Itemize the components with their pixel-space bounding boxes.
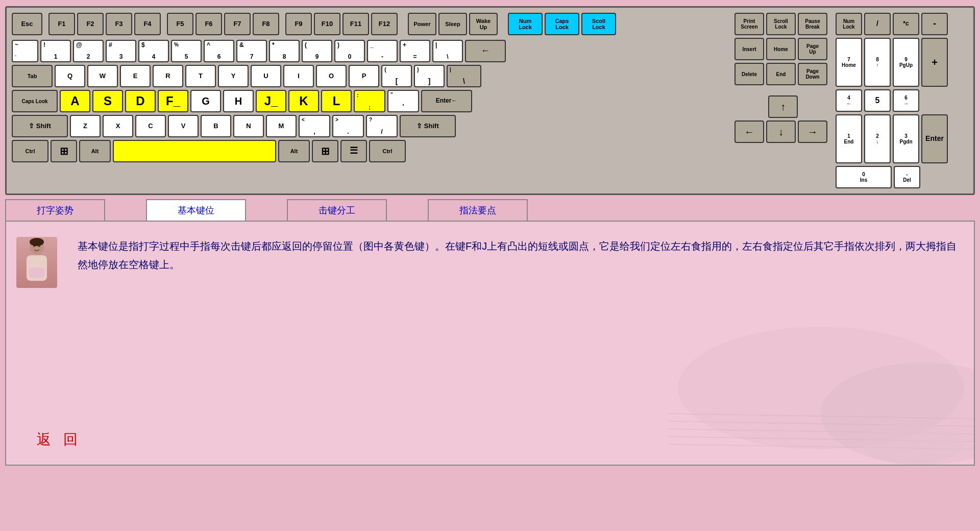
key-5[interactable]: % 5 — [171, 40, 202, 62]
key-a[interactable]: A — [60, 90, 90, 112]
key-g[interactable]: G — [190, 90, 221, 112]
key-f2[interactable]: F2 — [77, 13, 104, 35]
key-np-multiply[interactable]: *c — [893, 13, 919, 35]
key-alt-right[interactable]: Alt — [278, 140, 310, 162]
key-np-2[interactable]: 2 ↓ — [864, 114, 891, 163]
key-x[interactable]: X — [103, 115, 133, 137]
tab-keystroke-division[interactable]: 击键分工 — [287, 199, 387, 221]
key-scrolllock-status[interactable]: Scoll Lock — [581, 13, 616, 35]
key-sleep[interactable]: Sleep — [438, 13, 467, 35]
key-equals[interactable]: + = — [400, 40, 430, 62]
key-close-bracket[interactable]: } ] — [414, 65, 445, 87]
key-f9[interactable]: F9 — [285, 13, 312, 35]
key-menu[interactable]: ☰ — [340, 140, 367, 162]
key-np-7[interactable]: 7 Home — [836, 38, 862, 87]
key-np-divide[interactable]: / — [864, 13, 891, 35]
key-esc[interactable]: Esc — [12, 13, 42, 35]
key-f10[interactable]: F10 — [314, 13, 340, 35]
key-np-enter[interactable]: Enter — [921, 114, 948, 163]
key-print-screen[interactable]: Print Screen — [734, 13, 764, 35]
key-delete[interactable]: Delete — [734, 63, 764, 85]
key-win-right[interactable]: ⊞ — [312, 140, 338, 162]
tab-typing-posture[interactable]: 打字姿势 — [5, 199, 105, 221]
key-f1[interactable]: F1 — [48, 13, 75, 35]
key-3[interactable]: # 3 — [106, 40, 136, 62]
key-f12[interactable]: F12 — [371, 13, 398, 35]
key-b[interactable]: B — [201, 115, 231, 137]
key-i[interactable]: I — [283, 65, 314, 87]
key-np-minus[interactable]: - — [921, 13, 948, 35]
key-2[interactable]: @ 2 — [73, 40, 104, 62]
key-ctrl-right[interactable]: Ctrl — [369, 140, 406, 162]
key-np-1[interactable]: 1 End — [836, 114, 862, 163]
key-s[interactable]: S — [92, 90, 123, 112]
key-home[interactable]: Home — [766, 38, 796, 60]
key-pause-break[interactable]: Pause Break — [798, 13, 827, 35]
key-np-8[interactable]: 8 ↑ — [864, 38, 891, 87]
key-w[interactable]: W — [87, 65, 118, 87]
key-capslock-status[interactable]: Caps Lock — [545, 13, 579, 35]
key-shift-right[interactable]: ⇧ Shift — [400, 115, 456, 137]
key-space[interactable] — [113, 140, 276, 162]
key-l[interactable]: L — [321, 90, 352, 112]
key-end[interactable]: End — [766, 63, 796, 85]
key-right[interactable]: → — [798, 120, 827, 143]
key-r[interactable]: R — [153, 65, 183, 87]
key-t[interactable]: T — [185, 65, 216, 87]
key-q[interactable]: Q — [55, 65, 85, 87]
key-m[interactable]: M — [266, 115, 297, 137]
key-f5[interactable]: F5 — [167, 13, 193, 35]
key-c[interactable]: C — [135, 115, 166, 137]
key-quote[interactable]: " ' — [387, 90, 419, 112]
key-wakeup[interactable]: Wake Up — [469, 13, 498, 35]
key-4[interactable]: $ 4 — [138, 40, 169, 62]
key-6[interactable]: ^ 6 — [204, 40, 234, 62]
key-9[interactable]: ( 9 — [302, 40, 332, 62]
return-button[interactable]: 返 回 — [37, 430, 82, 449]
key-backslash[interactable]: | \ — [447, 65, 481, 87]
key-np-6[interactable]: 6 → — [893, 89, 919, 112]
key-period[interactable]: > . — [332, 115, 364, 137]
key-np-9[interactable]: 9 PgUp — [893, 38, 919, 87]
key-u[interactable]: U — [251, 65, 281, 87]
key-comma[interactable]: < , — [299, 115, 330, 137]
key-h[interactable]: H — [223, 90, 254, 112]
key-0[interactable]: ) 0 — [334, 40, 365, 62]
key-scroll-lock[interactable]: Scroll Lock — [766, 13, 796, 35]
key-tab[interactable]: Tab — [12, 65, 53, 87]
key-enter[interactable]: Enter← — [421, 90, 472, 112]
key-np-plus[interactable]: + — [921, 38, 948, 87]
key-minus[interactable]: _ - — [367, 40, 398, 62]
key-alt-left[interactable]: Alt — [79, 140, 111, 162]
key-7[interactable]: & 7 — [236, 40, 267, 62]
key-f[interactable]: F_ — [158, 90, 188, 112]
key-8[interactable]: * 8 — [269, 40, 300, 62]
key-shift-left[interactable]: ⇧ Shift — [12, 115, 68, 137]
key-power[interactable]: Power — [408, 13, 436, 35]
key-ctrl-left[interactable]: Ctrl — [12, 140, 48, 162]
key-np-4[interactable]: 4 ← — [836, 89, 862, 112]
key-np-decimal[interactable]: - Del — [894, 166, 920, 188]
key-open-bracket[interactable]: { [ — [381, 65, 412, 87]
key-f11[interactable]: F11 — [342, 13, 369, 35]
key-backspace[interactable]: ← — [465, 40, 506, 62]
key-1[interactable]: ! 1 — [40, 40, 71, 62]
key-page-down[interactable]: Page Down — [798, 63, 827, 85]
key-j[interactable]: J_ — [256, 90, 286, 112]
key-capslock[interactable]: Caps Look — [12, 90, 58, 112]
key-page-up[interactable]: Page Up — [798, 38, 827, 60]
key-o[interactable]: O — [316, 65, 347, 87]
key-f3[interactable]: F3 — [106, 13, 132, 35]
key-up[interactable]: ↑ — [768, 95, 798, 118]
key-z[interactable]: Z — [70, 115, 101, 137]
key-np-5[interactable]: 5 — [864, 89, 891, 112]
key-f8[interactable]: F8 — [253, 13, 279, 35]
key-numlock-status[interactable]: Num Lock — [508, 13, 543, 35]
key-f4[interactable]: F4 — [134, 13, 161, 35]
key-left[interactable]: ← — [734, 120, 764, 143]
tab-basic-keys[interactable]: 基本键位 — [146, 199, 246, 222]
key-backslash-top[interactable]: | \ — [432, 40, 463, 62]
key-np-0[interactable]: 0 Ins — [836, 166, 892, 188]
key-f7[interactable]: F7 — [224, 13, 251, 35]
key-k[interactable]: K — [288, 90, 319, 112]
